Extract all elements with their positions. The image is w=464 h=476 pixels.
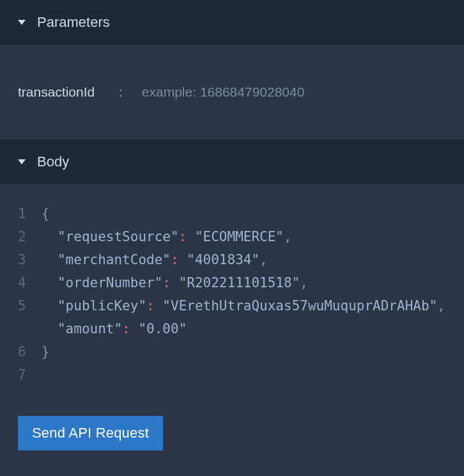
caret-down-icon: [18, 159, 26, 164]
parameters-title: Parameters: [37, 14, 110, 31]
param-colon: :: [119, 84, 123, 100]
actions-bar: Send API Request: [0, 386, 464, 450]
body-section-header[interactable]: Body: [0, 139, 464, 184]
param-input-transactionId[interactable]: [142, 84, 446, 100]
parameters-section-header[interactable]: Parameters: [0, 0, 464, 45]
send-api-request-button[interactable]: Send API Request: [18, 416, 163, 450]
body-title: Body: [37, 154, 69, 170]
param-row-transactionId: transactionId :: [18, 84, 446, 100]
line-gutter: 12345 67: [18, 202, 42, 386]
parameters-content: transactionId :: [0, 45, 464, 139]
body-content: 12345 67 { "requestSource": "ECOMMERCE",…: [0, 184, 464, 386]
param-name: transactionId: [18, 84, 119, 100]
caret-down-icon: [18, 20, 26, 25]
json-editor[interactable]: 12345 67 { "requestSource": "ECOMMERCE",…: [18, 202, 446, 386]
json-code[interactable]: { "requestSource": "ECOMMERCE", "merchan…: [42, 202, 446, 386]
